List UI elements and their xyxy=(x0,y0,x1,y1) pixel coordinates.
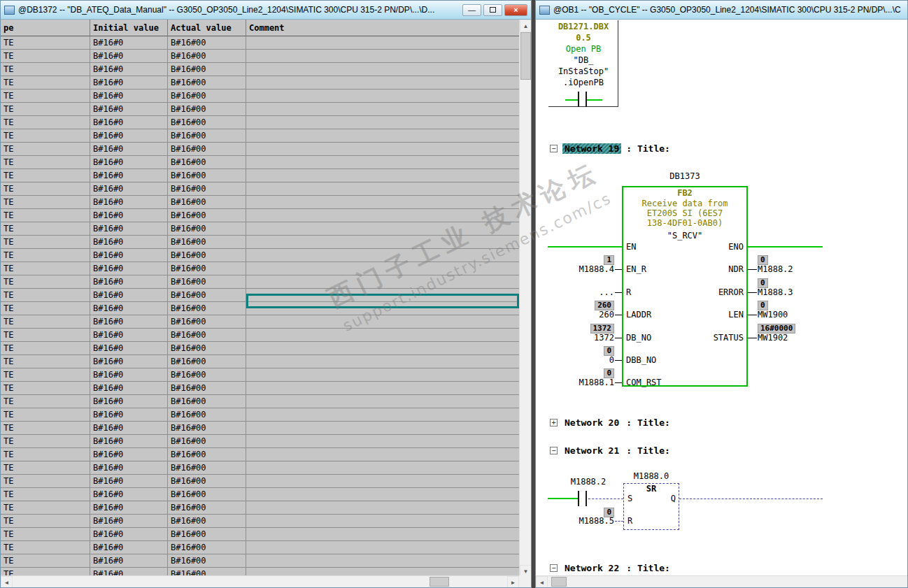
cell-initial-value[interactable]: B#16#0 xyxy=(90,89,168,103)
cell-comment[interactable] xyxy=(246,448,519,461)
cell-comment[interactable] xyxy=(246,116,519,129)
cell-comment[interactable] xyxy=(246,249,519,262)
cell-initial-value[interactable]: B#16#0 xyxy=(90,554,168,568)
cell-type[interactable]: TE xyxy=(1,395,90,408)
cell-comment[interactable] xyxy=(246,236,519,249)
cell-actual-value[interactable]: B#16#00 xyxy=(168,103,246,116)
cell-initial-value[interactable]: B#16#0 xyxy=(90,222,168,236)
cell-comment[interactable] xyxy=(246,515,519,528)
cell-comment[interactable] xyxy=(246,541,519,554)
cell-type[interactable]: TE xyxy=(1,329,90,342)
cell-comment[interactable] xyxy=(246,461,519,475)
cell-comment[interactable] xyxy=(246,395,519,408)
cell-type[interactable]: TE xyxy=(1,143,90,156)
cell-comment[interactable] xyxy=(246,501,519,515)
cell-type[interactable]: TE xyxy=(1,368,90,382)
cell-comment[interactable] xyxy=(246,435,519,448)
cell-actual-value[interactable]: B#16#00 xyxy=(168,289,246,302)
cell-type[interactable]: TE xyxy=(1,222,90,236)
table-row[interactable]: TEB#16#0B#16#00 xyxy=(1,395,519,408)
table-row[interactable]: TEB#16#0B#16#00 xyxy=(1,236,519,249)
fb-input-operand[interactable]: M1888.4 xyxy=(541,265,614,274)
cell-comment[interactable] xyxy=(246,63,519,76)
cell-type[interactable]: TE xyxy=(1,209,90,222)
fb-input-operand[interactable]: ... xyxy=(541,288,614,297)
column-header[interactable]: Initial value xyxy=(90,20,168,36)
collapse-icon[interactable]: − xyxy=(550,564,558,572)
cell-actual-value[interactable]: B#16#00 xyxy=(168,541,246,554)
horizontal-scrollbar-thumb[interactable] xyxy=(551,577,567,587)
cell-initial-value[interactable]: B#16#0 xyxy=(90,368,168,382)
cell-actual-value[interactable]: B#16#00 xyxy=(168,408,246,422)
close-button[interactable]: × xyxy=(504,4,527,16)
cell-initial-value[interactable]: B#16#0 xyxy=(90,249,168,262)
cell-comment[interactable] xyxy=(246,382,519,395)
table-row[interactable]: TEB#16#0B#16#00 xyxy=(1,368,519,382)
cell-actual-value[interactable]: B#16#00 xyxy=(168,129,246,143)
cell-initial-value[interactable]: B#16#0 xyxy=(90,143,168,156)
cell-type[interactable]: TE xyxy=(1,89,90,103)
table-row[interactable]: TEB#16#0B#16#00 xyxy=(1,209,519,222)
cell-type[interactable]: TE xyxy=(1,63,90,76)
cell-actual-value[interactable]: B#16#00 xyxy=(168,422,246,435)
vertical-scrollbar[interactable]: ▲ ▼ xyxy=(519,20,531,577)
cell-type[interactable]: TE xyxy=(1,156,90,169)
cell-actual-value[interactable]: B#16#00 xyxy=(168,182,246,196)
cell-actual-value[interactable]: B#16#00 xyxy=(168,448,246,461)
maximize-button[interactable] xyxy=(483,4,502,16)
expand-icon[interactable]: + xyxy=(550,419,558,426)
fb-db-number[interactable]: DB1373 xyxy=(622,172,748,181)
cell-actual-value[interactable]: B#16#00 xyxy=(168,382,246,395)
table-row[interactable]: TEB#16#0B#16#00 xyxy=(1,275,519,289)
cell-comment[interactable] xyxy=(246,222,519,236)
cell-actual-value[interactable]: B#16#00 xyxy=(168,355,246,368)
cell-type[interactable]: TE xyxy=(1,501,90,515)
cell-comment[interactable] xyxy=(246,169,519,182)
column-header[interactable]: Comment xyxy=(246,20,519,36)
cell-comment[interactable] xyxy=(246,488,519,501)
cell-actual-value[interactable]: B#16#00 xyxy=(168,116,246,129)
cell-initial-value[interactable]: B#16#0 xyxy=(90,329,168,342)
cell-type[interactable]: TE xyxy=(1,488,90,501)
cell-initial-value[interactable]: B#16#0 xyxy=(90,475,168,488)
fb-output-operand[interactable]: MW1902 xyxy=(758,334,788,343)
cell-comment[interactable] xyxy=(246,355,519,368)
table-row[interactable]: TEB#16#0B#16#00 xyxy=(1,408,519,422)
scroll-up-icon[interactable]: ▲ xyxy=(520,20,532,31)
cell-initial-value[interactable]: B#16#0 xyxy=(90,103,168,116)
cell-initial-value[interactable]: B#16#0 xyxy=(90,355,168,368)
cell-actual-value[interactable]: B#16#00 xyxy=(168,249,246,262)
column-header[interactable]: pe xyxy=(1,20,90,36)
cell-actual-value[interactable]: B#16#00 xyxy=(168,515,246,528)
table-row[interactable]: TEB#16#0B#16#00 xyxy=(1,36,519,50)
network-title[interactable]: Network 20 xyxy=(562,417,621,428)
table-row[interactable]: TEB#16#0B#16#00 xyxy=(1,196,519,209)
contact-address[interactable]: DB1271.DBX xyxy=(548,22,618,31)
cell-initial-value[interactable]: B#16#0 xyxy=(90,448,168,461)
cell-type[interactable]: TE xyxy=(1,528,90,541)
cell-actual-value[interactable]: B#16#00 xyxy=(168,501,246,515)
cell-comment[interactable] xyxy=(246,103,519,116)
cell-comment[interactable] xyxy=(246,275,519,289)
ob1-window-titlebar[interactable]: @OB1 -- "OB_CYCLE" -- G3050_OP3050_Line2… xyxy=(536,1,907,20)
cell-comment[interactable] xyxy=(246,315,519,329)
cell-type[interactable]: TE xyxy=(1,422,90,435)
table-row[interactable]: TEB#16#0B#16#00 xyxy=(1,541,519,554)
table-row[interactable]: TEB#16#0B#16#00 xyxy=(1,382,519,395)
cell-type[interactable]: TE xyxy=(1,236,90,249)
cell-actual-value[interactable]: B#16#00 xyxy=(168,196,246,209)
cell-type[interactable]: TE xyxy=(1,382,90,395)
table-row[interactable]: TEB#16#0B#16#00 xyxy=(1,554,519,568)
cell-actual-value[interactable]: B#16#00 xyxy=(168,236,246,249)
cell-initial-value[interactable]: B#16#0 xyxy=(90,382,168,395)
cell-type[interactable]: TE xyxy=(1,103,90,116)
table-row[interactable]: TEB#16#0B#16#00 xyxy=(1,76,519,89)
table-row[interactable]: TEB#16#0B#16#00 xyxy=(1,222,519,236)
cell-type[interactable]: TE xyxy=(1,182,90,196)
cell-initial-value[interactable]: B#16#0 xyxy=(90,461,168,475)
table-row[interactable]: TEB#16#0B#16#00 xyxy=(1,169,519,182)
fb-output-operand[interactable]: M1888.3 xyxy=(758,288,793,297)
cell-type[interactable]: TE xyxy=(1,289,90,302)
cell-actual-value[interactable]: B#16#00 xyxy=(168,315,246,329)
table-row[interactable]: TEB#16#0B#16#00 xyxy=(1,249,519,262)
